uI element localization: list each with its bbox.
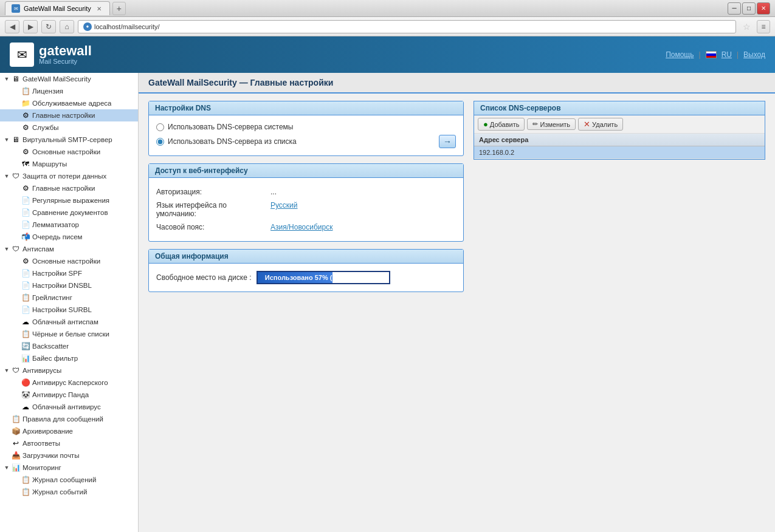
table-row[interactable]: 192.168.0.2	[474, 146, 765, 159]
disk-row: Свободное место на диске : Использовано …	[156, 271, 456, 284]
sidebar-item-backscatter[interactable]: 🔄Backscatter	[0, 340, 138, 352]
disk-progress-container: Использовано 57% (11 ГБ из 20 ГБ)	[257, 271, 390, 284]
tree-toggle-icon	[12, 390, 21, 399]
tree-item-icon: 📄	[21, 268, 30, 278]
tree-item-label: Регулярные выражения	[32, 197, 109, 204]
tree-toggle-icon	[12, 196, 21, 205]
sidebar-item-evt-log[interactable]: 📋Журнал событий	[0, 486, 138, 498]
sidebar-item-doccomp[interactable]: 📄Сравнение документов	[0, 206, 138, 219]
sidebar-item-rules[interactable]: 📋Правила для сообщений	[0, 413, 138, 425]
sidebar-item-license[interactable]: 📋Лицензия	[0, 85, 138, 97]
tree-toggle-icon	[12, 257, 21, 265]
tree-item-label: Правила для сообщений	[22, 415, 103, 423]
back-button[interactable]: ◀	[5, 20, 19, 33]
sidebar-item-spf[interactable]: 📄Настройки SPF	[0, 267, 138, 279]
sidebar-item-addresses[interactable]: 📁Обслуживаемые адреса	[0, 97, 138, 109]
dns-table-body: 192.168.0.2	[474, 146, 765, 159]
sidebar-item-antispam[interactable]: ▼🛡Антиспам	[0, 243, 138, 255]
tree-item-label: Настройки SURBL	[32, 306, 92, 313]
sidebar-item-monitoring[interactable]: ▼📊Мониторинг	[0, 462, 138, 474]
app-logo: ✉ gatewall Mail Security	[10, 43, 92, 67]
tree-item-icon: 📁	[21, 98, 30, 108]
reload-button[interactable]: ↻	[41, 20, 56, 33]
sidebar-item-msg-log[interactable]: 📋Журнал сообщений	[0, 474, 138, 486]
lang-link[interactable]: RU	[722, 50, 732, 59]
dns-radio-system[interactable]	[156, 123, 164, 131]
main-area: ▼🖥GateWall MailSecurity📋Лицензия📁Обслужи…	[0, 73, 775, 532]
tab-close-button[interactable]: ✕	[95, 4, 103, 13]
tools-button[interactable]: ≡	[757, 20, 770, 33]
tree-item-label: Защита от потери данных	[22, 172, 106, 180]
sidebar-item-panda[interactable]: 🐼Антивирус Панда	[0, 389, 138, 401]
sidebar-item-smtp-virtual[interactable]: ▼🖥Виртуальный SMTP-сервер	[0, 134, 138, 146]
sidebar-item-surbl[interactable]: 📄Настройки SURBL	[0, 304, 138, 316]
lang-value[interactable]: Русский	[270, 201, 298, 210]
minimize-button[interactable]: ─	[728, 2, 741, 15]
disk-progress-text: Использовано 57% (11 ГБ из 20 ГБ)	[258, 274, 389, 281]
sidebar-item-bayes[interactable]: 📊Байес фильтр	[0, 352, 138, 364]
tree-item-icon: 🔄	[21, 341, 30, 351]
dns-delete-button[interactable]: ✕ Удалить	[578, 118, 623, 131]
forward-button[interactable]: ▶	[23, 20, 38, 33]
tree-toggle-icon	[12, 269, 21, 278]
sidebar-item-archive[interactable]: 📦Архивирование	[0, 425, 138, 437]
close-button[interactable]: ✕	[757, 2, 770, 15]
tree-item-icon: 🗺	[21, 159, 30, 169]
sidebar-item-dnsbl[interactable]: 📄Настройки DNSBL	[0, 279, 138, 292]
dns-radio-list[interactable]	[156, 138, 164, 146]
bookmark-button[interactable]: ☆	[740, 20, 753, 33]
sidebar: ▼🖥GateWall MailSecurity📋Лицензия📁Обслужи…	[0, 73, 139, 532]
lang-label: Язык интерфейса по умолчанию:	[156, 201, 266, 218]
sidebar-item-services[interactable]: ⚙Службы	[0, 121, 138, 134]
tree-toggle-icon	[2, 427, 11, 435]
separator2: |	[737, 50, 739, 59]
sidebar-item-cloud-antispam[interactable]: ☁Облачный антиспам	[0, 316, 138, 328]
sidebar-item-blackwhite[interactable]: 📋Чёрные и белые списки	[0, 328, 138, 340]
sidebar-item-main-settings[interactable]: ⚙Главные настройки	[0, 109, 138, 121]
sidebar-item-regexp[interactable]: 📄Регулярные выражения	[0, 194, 138, 206]
sidebar-item-gatewall-root[interactable]: ▼🖥GateWall MailSecurity	[0, 73, 138, 85]
new-tab-button[interactable]: +	[112, 2, 126, 15]
tree-toggle-icon	[12, 305, 21, 314]
dns-arrow-button[interactable]: →	[439, 135, 456, 148]
exit-link[interactable]: Выход	[743, 50, 765, 59]
tree-toggle-icon	[2, 415, 11, 423]
sidebar-item-cloud-av[interactable]: ☁Облачный антивирус	[0, 401, 138, 413]
tree-toggle-icon	[12, 403, 21, 411]
tree-item-icon: 📋	[11, 414, 21, 424]
sidebar-item-smtp-main[interactable]: ⚙Основные настройки	[0, 146, 138, 158]
sidebar-item-antispam-main[interactable]: ⚙Основные настройки	[0, 255, 138, 267]
sidebar-item-loaders[interactable]: 📥Загрузчики почты	[0, 449, 138, 462]
tree-toggle-icon	[12, 293, 21, 302]
tree-item-icon: 📥	[11, 451, 21, 460]
tree-item-icon: ⚙	[21, 183, 30, 193]
edit-icon: ✏	[532, 120, 538, 128]
address-bar[interactable]: ● localhost/mailsecurity/	[78, 20, 736, 33]
tree-toggle-icon: ▼	[2, 135, 11, 144]
tree-item-icon: 📋	[21, 475, 30, 485]
sidebar-item-dlp[interactable]: ▼🛡Защита от потери данных	[0, 170, 138, 182]
sidebar-item-antivirus[interactable]: ▼🛡Антивирусы	[0, 364, 138, 377]
col-address-header: Адрес сервера	[474, 134, 765, 146]
maximize-button[interactable]: □	[742, 2, 756, 15]
sidebar-item-queue[interactable]: 📬Очередь писем	[0, 231, 138, 243]
sidebar-item-routes[interactable]: 🗺Маршруты	[0, 158, 138, 170]
dns-edit-button[interactable]: ✏ Изменить	[527, 118, 576, 130]
sidebar-item-greylisting[interactable]: 📋Грейлистинг	[0, 292, 138, 304]
dns-add-button[interactable]: ● Добавить	[478, 118, 525, 131]
auth-label: Авторизация:	[156, 188, 266, 196]
tree-item-label: Основные настройки	[32, 257, 100, 265]
tree-item-icon: 📄	[21, 196, 30, 205]
header-links: Помощь | RU | Выход	[666, 50, 765, 59]
tree-item-label: Службы	[32, 124, 59, 131]
browser-tab[interactable]: ✉ GateWall Mail Security ✕	[5, 1, 110, 15]
tz-value[interactable]: Азия/Новосибирск	[270, 223, 333, 231]
sidebar-item-autoreply[interactable]: ↩Автоответы	[0, 437, 138, 449]
sidebar-item-dlp-main[interactable]: ⚙Главные настройки	[0, 182, 138, 194]
help-link[interactable]: Помощь	[666, 50, 694, 59]
sidebar-item-lemma[interactable]: 📄Лемматизатор	[0, 219, 138, 231]
disk-progress-bar: Использовано 57% (11 ГБ из 20 ГБ)	[257, 271, 390, 284]
sidebar-item-kasper[interactable]: 🔴Антивирус Касперского	[0, 377, 138, 389]
home-button[interactable]: ⌂	[60, 20, 74, 33]
tree-item-icon: 📬	[21, 232, 30, 242]
